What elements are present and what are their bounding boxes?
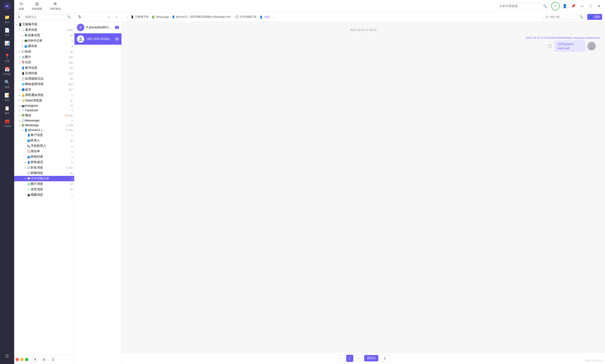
breadcrumb-whatsapp[interactable]: 📗 WhatsApp — [152, 15, 169, 19]
tree-item-sms[interactable]: ▸ 💬 短信 38 — [14, 49, 74, 54]
chevron-right-icon: › — [116, 15, 117, 19]
tree-item-app-auth[interactable]: 📋 应用授权日志 53 — [14, 76, 74, 81]
breadcrumb-file-transfer[interactable]: 💬 文件传输记录 — [236, 15, 257, 19]
tree-item-device-info[interactable]: ▸ 💻 设备信息 18 — [14, 33, 74, 38]
tree-item-iphone11[interactable]: ▾ 👤 Iphone11 (… 1 /155 — [14, 128, 74, 132]
tree-grid-btn[interactable]: ⊞ — [41, 356, 47, 363]
tree-item-wechat[interactable]: ▸ 💚 微信 21/144 — [14, 113, 74, 118]
maximize-btn[interactable]: □ — [587, 3, 594, 10]
tree-item-calendar[interactable]: ▸ 📅 日历 131 — [14, 60, 74, 65]
tree-item-contacts-main[interactable]: ▸ 👥 通讯录 8 — [14, 43, 74, 49]
file-message-text: [文件]staff A team.pdf — [557, 42, 574, 50]
pin-icon-btn[interactable]: 📌 — [570, 3, 577, 10]
tree-panel: ⇅ 🔍 ▾ 📱 王晓琳手机 ▾ ℹ 基本信息 — [14, 12, 75, 364]
pagination-page-input[interactable] — [380, 355, 390, 362]
tree-item-safari[interactable]: ▸ 🧭 Safari浏览器 42 — [14, 98, 74, 103]
analysis-search-box[interactable]: 🔍 — [497, 3, 549, 9]
tree-item-messenger[interactable]: ▸ 💬 Messenger 8 — [14, 118, 74, 123]
chat-area: 2022-09-30 17:39:53 (2022-09-30 17:39:53… — [122, 22, 605, 352]
tree-item-network-label: 网络使用详情 — [25, 82, 68, 86]
contacts-nav-prev[interactable]: ‹ — [106, 14, 112, 20]
message-checkbox-1[interactable] — [548, 44, 551, 48]
tree-item-wa-group-members[interactable]: ▸ 👤 群组成员 6 — [14, 159, 74, 165]
analysis-search-input[interactable] — [499, 4, 542, 8]
tree-item-wa-friends-msg-label: 好友消息 — [31, 166, 65, 170]
tree-list-btn[interactable]: ☰ — [50, 356, 56, 363]
user-icon-btn[interactable]: 👤 — [562, 3, 568, 10]
tree-item-instagram[interactable]: ▸ 📷 Instagram 13 — [14, 103, 74, 108]
tree-item-facebook[interactable]: ▸ f Facebook 1 — [14, 108, 74, 113]
tree-item-wa-phone-contacts[interactable]: 📞 手机联系人 8 — [14, 143, 74, 149]
tree-item-wa-file-transfer[interactable]: ▾ 💬 文件传输记录 2 — [14, 176, 74, 181]
tree-item-wa-account[interactable]: 👤 账户信息 1 — [14, 132, 74, 138]
detail-search-box[interactable]: 🔍 — [543, 14, 586, 19]
tree-item-accounts[interactable]: 👤 账号信息 26 — [14, 65, 74, 71]
contact-item-p-phone[interactable]: P P phone(8526971857... 1 — [75, 22, 121, 33]
sidebar-item-file[interactable]: 📄 文件 — [1, 26, 13, 38]
tree-search-icon: 🔍 — [67, 15, 71, 19]
contacts-nav-next[interactable]: › — [114, 14, 120, 20]
tree-item-network[interactable]: 🌐 网络使用详情 960 — [14, 81, 74, 87]
minimize-btn[interactable]: — — [579, 3, 585, 10]
tree-item-photos[interactable]: ▸ 🖼 图片 136 — [14, 54, 74, 60]
switch-view-icon: ⊞ — [35, 1, 39, 7]
switch-view-button[interactable]: ⊞ 切换视图 — [30, 0, 44, 12]
tree-search-box[interactable]: 🔍 — [24, 15, 72, 19]
detail-preview-button[interactable]: 👁 详情/预览 — [48, 1, 63, 12]
status-indicator[interactable]: ✓ — [551, 2, 560, 10]
tree-item-wa-voice-msg[interactable]: 🎙 语音消息 23 — [14, 187, 74, 192]
tree-item-wa-groups[interactable]: 👥 群组列表 1 — [14, 154, 74, 159]
close-btn[interactable]: ✕ — [595, 3, 602, 10]
sidebar-item-location[interactable]: 📍 位置 — [1, 52, 13, 64]
tree-item-basic-info[interactable]: ▾ ℹ 基本信息 2203 — [14, 27, 74, 33]
tree-item-wa-video-msg[interactable]: 🎬 视频消息 1 — [14, 192, 74, 198]
breadcrumb-852[interactable]: 👤 +852 — [259, 15, 270, 19]
sidebar-item-timeline[interactable]: 📅 时间线 — [1, 65, 13, 77]
tree-search-input[interactable] — [25, 15, 66, 19]
sidebar-item-case[interactable]: 📁 案件 — [1, 13, 13, 25]
tree-item-sim[interactable]: ▸ 📟 SIM卡记录 4 — [14, 38, 74, 43]
sidebar-item-report[interactable]: 📋 报告 — [1, 104, 13, 116]
breadcrumb-phone[interactable]: 📱 王晓琳手机 — [131, 15, 149, 19]
tree-item-root[interactable]: ▾ 📱 王晓琳手机 — [14, 22, 74, 27]
window-minimize-btn[interactable] — [20, 358, 24, 361]
breadcrumb-iphone11[interactable]: 👤 Iphone11（85259802589@s.whatsapp.net） — [172, 15, 233, 19]
advanced-button[interactable]: 👤 高级 — [587, 14, 602, 20]
contacts-sort-button[interactable]: ⇅ — [76, 14, 82, 20]
tree-item-wa-image-msg-count: 13 — [70, 183, 74, 185]
tree-item-wa-contacts[interactable]: 👥 联系人 16 — [14, 138, 74, 143]
chevron-right-icon: ▸ — [18, 114, 21, 117]
tree-sort-button[interactable]: ⇅ — [16, 14, 22, 20]
tree-item-wa-friends-msg[interactable]: ▸ 💬 好友消息 1 /102 — [14, 165, 74, 170]
refresh-icon: ↻ — [20, 1, 23, 7]
refresh-button[interactable]: ↻ 刷新 — [17, 0, 26, 12]
pagination-page-1[interactable]: 1 — [346, 355, 353, 362]
tree-item-wa-image-msg[interactable]: 🖼 图片消息 13 — [14, 181, 74, 187]
pagination-next[interactable]: › — [355, 355, 362, 362]
tree-item-sys-notify[interactable]: ▸ 🔔 系统通知消息 1 — [14, 92, 74, 98]
chat-bubble-1[interactable]: [文件]staff A team.pdf — [554, 40, 585, 52]
sidebar-item-analysis[interactable]: 📊 分析 — [1, 39, 13, 51]
pagination-prev[interactable]: ‹ — [337, 355, 344, 362]
detail-search-input[interactable] — [545, 15, 579, 19]
breadcrumb-next[interactable]: › — [271, 14, 276, 20]
tree-item-whatsapp[interactable]: ▾ 📗 WhatsApp 1 /155 — [14, 123, 74, 128]
tree-collapse-btn[interactable]: ⬆ — [32, 356, 38, 363]
sidebar-item-tools[interactable]: 🧰 工具箱 — [1, 117, 13, 129]
chevron-right-icon: ▸ — [18, 56, 21, 58]
tree-item-bluetooth-count: 707 — [68, 88, 74, 91]
tree-item-bluetooth[interactable]: ▸ 🔵 蓝牙 707 — [14, 87, 74, 92]
sidebar-item-search[interactable]: 🔍 搜索 — [1, 78, 13, 90]
window-close-btn[interactable] — [16, 358, 19, 361]
breadcrumb-prev[interactable]: ‹ — [125, 14, 130, 20]
contact-item-852[interactable]: +852 5930 8538(852... 1 — [75, 33, 121, 45]
pagination-goto-button[interactable]: 跳转到 — [364, 355, 378, 361]
tree-item-wa-blacklist[interactable]: 🚫 黑名单 1 — [14, 149, 74, 154]
menu-icon: ☰ — [5, 354, 9, 359]
tree-item-wa-group-msg[interactable]: 💬 群聊消息 20 — [14, 170, 74, 176]
tree-item-apps[interactable]: 📱 应用列表 122 — [14, 71, 74, 76]
tree-item-wechat-label: 微信 — [25, 114, 65, 117]
sidebar-item-menu[interactable]: ☰ — [1, 352, 13, 360]
window-maximize-btn[interactable] — [25, 358, 28, 361]
sidebar-item-notes[interactable]: 📝 笔记 — [1, 91, 13, 103]
